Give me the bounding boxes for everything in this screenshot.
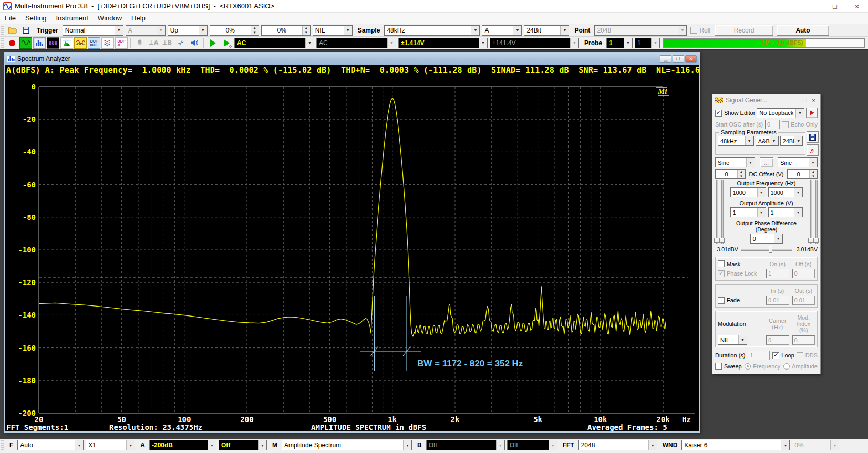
auto-button[interactable]: Auto	[777, 25, 829, 36]
device-test-plan-button[interactable]: DUT000	[88, 37, 100, 49]
maximize-button[interactable]: □	[824, 0, 846, 13]
mask-checkbox[interactable]: Mask	[718, 260, 763, 267]
a-range-select[interactable]: -200dB ▼	[149, 440, 216, 450]
window-function-select[interactable]: Kaiser 6 ▼	[681, 440, 790, 450]
panel-minimize-button[interactable]: —	[791, 97, 800, 103]
fade-checkbox[interactable]: Fade	[718, 297, 763, 304]
sampling-channel-select[interactable]: A ▼	[482, 25, 522, 36]
sampling-rate-select[interactable]: 48kHz ▼	[384, 25, 480, 36]
signal-generator-icon	[715, 97, 723, 103]
signal-generator-button[interactable]	[74, 37, 87, 49]
oscilloscope-button[interactable]	[19, 37, 32, 49]
gen-bits-select[interactable]: 24Bit ▼	[780, 136, 803, 146]
probe-calibration-button[interactable]: ✂	[174, 37, 187, 49]
x-zoom-select[interactable]: X1 ▼	[86, 440, 135, 450]
menu-instrument[interactable]: Instrument	[51, 13, 92, 23]
menu-window[interactable]: Window	[93, 13, 127, 23]
output-level-slider-b2[interactable]	[813, 180, 819, 244]
slider-handle[interactable]	[769, 246, 772, 253]
loop-checkbox[interactable]: Loop	[772, 352, 794, 359]
modulation-type-select[interactable]: NIL ▼	[718, 335, 747, 345]
trigger-delay-spinner[interactable]: 0% ▲▼	[261, 25, 311, 36]
show-editor-checkbox[interactable]: Show Editor	[715, 110, 755, 117]
signal-generator-titlebar[interactable]: Signal Gener... — □ ×	[712, 94, 820, 106]
phase-difference-select[interactable]: 0 ▼	[750, 234, 783, 244]
frequency-b-select[interactable]: 1000 ▼	[768, 187, 803, 197]
spin-up-icon[interactable]: ▲	[738, 170, 745, 174]
spin-up-icon[interactable]: ▲	[810, 170, 817, 174]
slider-handle[interactable]	[714, 238, 719, 243]
spectrum-window-titlebar[interactable]: Spectrum Analyzer ▁ ❐ ×	[5, 53, 699, 65]
ddp-viewer-button[interactable]: DDP⊕	[115, 37, 128, 49]
trigger-mode-select[interactable]: Normal ▼	[63, 25, 123, 36]
panel-close-button[interactable]: ×	[809, 97, 818, 103]
child-restore-button[interactable]: ❐	[673, 55, 684, 63]
spin-up-icon[interactable]: ▲	[251, 26, 259, 31]
trigger-frequency-select[interactable]: NIL ▼	[313, 25, 353, 36]
frequency-axis-select[interactable]: Auto ▼	[17, 440, 84, 450]
trigger-edge-select[interactable]: Up ▼	[168, 25, 208, 36]
balance-slider[interactable]	[741, 245, 792, 254]
y-tick-label: -40	[23, 148, 36, 156]
multimeter-button[interactable]: 888	[47, 37, 59, 49]
record-run-button[interactable]	[6, 37, 18, 49]
spinner-arrows[interactable]: ▲▼	[302, 26, 310, 35]
amplitude-a-select[interactable]: 1 ▼	[730, 207, 766, 217]
dc-offset-label: DC Offset (V)	[749, 171, 784, 177]
menu-file[interactable]: File	[0, 13, 20, 23]
output-level-slider-a2[interactable]	[719, 180, 725, 244]
child-minimize-button[interactable]: ▁	[660, 55, 671, 63]
spin-down-icon[interactable]: ▼	[810, 174, 817, 178]
spectrum-analyzer-button[interactable]	[33, 37, 46, 49]
music-score-button[interactable]: ♬	[807, 144, 819, 156]
spinner-arrows[interactable]: ▲▼	[251, 26, 259, 35]
spectrum-mode-select[interactable]: Amplitude Spectrum ▼	[282, 440, 412, 450]
slider-handle[interactable]	[719, 238, 725, 243]
waveform-b-select[interactable]: Sine ▼	[778, 157, 818, 167]
output-level-slider-b1[interactable]	[808, 180, 813, 244]
menu-setting[interactable]: Setting	[20, 13, 51, 23]
run-button[interactable]	[206, 37, 219, 49]
probe-a-select[interactable]: 1 ▼	[606, 38, 633, 48]
loopback-select[interactable]: No Loopback ▼	[757, 108, 804, 118]
close-button[interactable]: ×	[846, 0, 868, 13]
microphone-icon	[137, 39, 143, 46]
spin-down-icon[interactable]: ▼	[303, 30, 310, 35]
run-generator-button[interactable]	[220, 37, 233, 49]
coupling-a-select[interactable]: AC ▼	[234, 38, 314, 48]
save-file-button[interactable]	[19, 25, 32, 36]
spectrum-3d-plot-button[interactable]	[60, 37, 73, 49]
open-file-button[interactable]	[6, 25, 18, 36]
dc-offset-b-spinner[interactable]: 0 ▲▼	[787, 169, 818, 179]
minimize-button[interactable]: –	[802, 0, 824, 13]
slider-handle[interactable]	[808, 238, 813, 243]
waveform-a-select[interactable]: Sine ▼	[715, 157, 755, 167]
range-a-select[interactable]: ±1.414V ▼	[398, 38, 488, 48]
a-reference-select[interactable]: Off ▼	[219, 440, 267, 450]
derived-data-curve-button[interactable]	[101, 37, 114, 49]
generator-play-button[interactable]	[806, 108, 818, 118]
frequency-a-select[interactable]: 1000 ▼	[730, 187, 766, 197]
sound-output-button[interactable]	[188, 37, 201, 49]
menu-help[interactable]: Help	[127, 13, 150, 23]
trigger-level-spinner[interactable]: 0% ▲▼	[210, 25, 259, 36]
output-level-slider-a1[interactable]	[714, 180, 719, 244]
gen-channels-select[interactable]: A&B ▼	[756, 136, 779, 146]
child-close-button[interactable]: ×	[685, 55, 697, 63]
dds-checkbox: DDS	[797, 352, 818, 359]
spin-down-icon[interactable]: ▼	[251, 30, 259, 35]
bit-depth-select[interactable]: 24Bit ▼	[524, 25, 569, 36]
amplitude-b-select[interactable]: 1 ▼	[768, 207, 803, 217]
gen-sampling-rate-select[interactable]: 48kHz ▼	[718, 136, 754, 146]
chevron-down-icon: ▼	[745, 136, 753, 145]
slider-handle[interactable]	[813, 238, 819, 243]
fft-size-select[interactable]: 2048 ▼	[578, 440, 657, 450]
signal-generator-icon	[76, 40, 85, 46]
save-signal-button[interactable]	[807, 131, 819, 143]
sweep-checkbox[interactable]: Sweep	[715, 363, 742, 370]
spectrum-analyzer-icon	[36, 40, 43, 46]
spectrum-chart[interactable]: 0-20-40-60-80-100-120-140-160-180-200205…	[5, 76, 698, 431]
dc-offset-a-spinner[interactable]: 0 ▲▼	[715, 169, 746, 179]
spin-up-icon[interactable]: ▲	[303, 26, 310, 31]
spin-down-icon[interactable]: ▼	[738, 174, 745, 178]
